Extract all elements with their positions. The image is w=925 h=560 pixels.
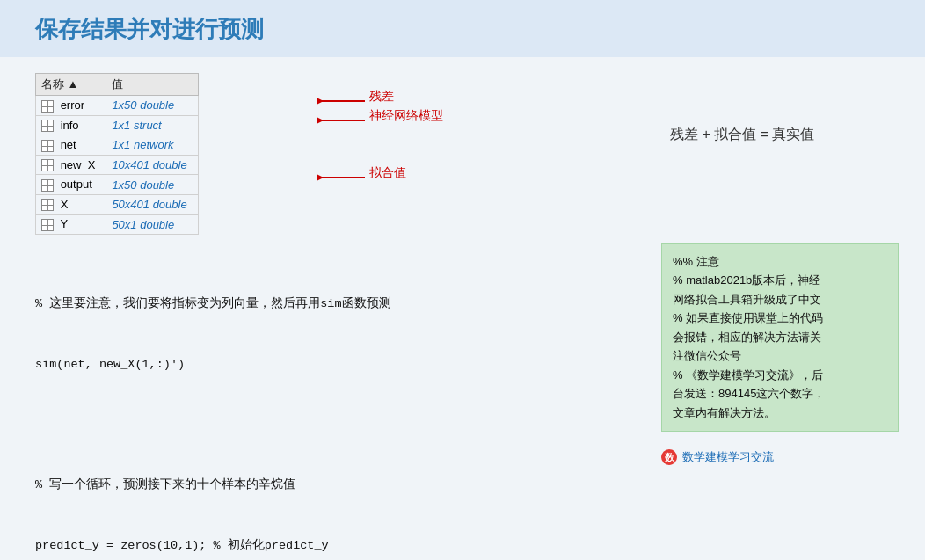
var-name-cell: new_X — [36, 155, 106, 175]
note-line-6: 注微信公众号 — [673, 346, 887, 365]
annotation-info-label: 神经网络模型 — [369, 108, 443, 124]
var-icon — [41, 100, 54, 113]
code-section: % 这里要注意，我们要将指标变为列向量，然后再用sim函数预测 sim(net,… — [35, 254, 644, 560]
note-line-1: %% 注意 — [673, 252, 887, 271]
var-icon — [41, 199, 54, 211]
var-icon — [41, 140, 54, 152]
bottom-link-box[interactable]: 数 数学建模学习交流 — [661, 449, 899, 465]
svg-marker-3 — [317, 117, 324, 124]
bottom-link-text: 数学建模学习交流 — [682, 449, 774, 465]
code-line-1: % 这里要注意，我们要将指标变为列向量，然后再用sim函数预测 — [35, 295, 644, 315]
table-container: 名称 ▲ 值 error — [35, 73, 199, 235]
var-name-cell: net — [36, 135, 106, 156]
var-icon — [41, 179, 54, 192]
left-column: 名称 ▲ 值 error — [35, 73, 644, 560]
annotation-error: 残差 — [317, 92, 457, 113]
title-section: 保存结果并对进行预测 — [0, 0, 925, 57]
table-row: new_X 10x401 double — [36, 155, 199, 175]
arrow-info-svg — [317, 112, 457, 129]
var-value-cell: 1x1 network — [106, 135, 198, 156]
equation-text: 残差 + 拟合值 = 真实值 — [670, 126, 899, 144]
main-content: 名称 ▲ 值 error — [0, 57, 925, 560]
table-row: info 1x1 struct — [36, 115, 199, 135]
table-row: X 50x401 double — [36, 194, 199, 215]
var-name-cell: info — [36, 115, 106, 135]
svg-marker-1 — [317, 98, 324, 105]
note-line-5: 会报错，相应的解决方法请关 — [673, 328, 887, 346]
note-box: %% 注意 % matlab2021b版本后，神经 网络拟合工具箱升级成了中文 … — [661, 243, 899, 432]
note-line-8: 台发送：894145这六个数字， — [673, 384, 887, 403]
var-value-cell: 1x50 double — [106, 175, 198, 195]
table-row: output 1x50 double — [36, 175, 199, 195]
var-value-cell: 50x401 double — [106, 194, 198, 215]
var-value-cell: 1x1 struct — [106, 115, 198, 135]
annotation-info: 神经网络模型 — [317, 112, 457, 133]
var-icon — [41, 219, 54, 231]
code-line-3 — [35, 415, 644, 435]
var-icon — [41, 159, 54, 171]
var-name-cell: X — [36, 194, 106, 215]
col-value-header: 值 — [106, 74, 198, 96]
variable-table: 名称 ▲ 值 error — [35, 73, 199, 235]
link-icon: 数 — [661, 449, 677, 465]
code-line-4: % 写一个循环，预测接下来的十个样本的辛烷值 — [35, 476, 644, 496]
page-container: 保存结果并对进行预测 名称 ▲ 值 — [0, 0, 925, 560]
note-line-3: 网络拟合工具箱升级成了中文 — [673, 290, 887, 309]
table-row: net 1x1 network — [36, 135, 199, 156]
var-icon — [41, 120, 54, 132]
note-line-7: % 《数学建模学习交流》，后 — [673, 366, 887, 384]
page-title: 保存结果并对进行预测 — [35, 14, 890, 45]
var-value-cell: 1x50 double — [106, 96, 198, 116]
annotation-error-label: 残差 — [369, 89, 394, 105]
note-line-9: 文章内有解决方法。 — [673, 404, 887, 422]
note-line-4: % 如果直接使用课堂上的代码 — [673, 309, 887, 327]
annotation-output-label: 拟合值 — [369, 165, 406, 181]
var-name-cell: output — [36, 175, 106, 195]
annotation-output: 拟合值 — [317, 169, 457, 190]
code-line-2: sim(net, new_X(1,:)') — [35, 355, 644, 375]
right-column: 残差 + 拟合值 = 真实值 %% 注意 % matlab2021b版本后，神经… — [661, 73, 899, 560]
arrow-output-svg — [317, 169, 457, 186]
var-name-cell: error — [36, 96, 106, 116]
code-line-5: predict_y = zeros(10,1); % 初始化predict_y — [35, 536, 644, 556]
svg-marker-5 — [317, 174, 324, 181]
var-name-cell: Y — [36, 215, 106, 235]
var-value-cell: 10x401 double — [106, 155, 198, 175]
note-line-2: % matlab2021b版本后，神经 — [673, 271, 887, 289]
var-value-cell: 50x1 double — [106, 215, 198, 235]
table-row: error 1x50 double — [36, 96, 199, 116]
table-row: Y 50x1 double — [36, 215, 199, 235]
col-name-header: 名称 ▲ — [36, 74, 106, 96]
arrow-error-svg — [317, 92, 457, 110]
